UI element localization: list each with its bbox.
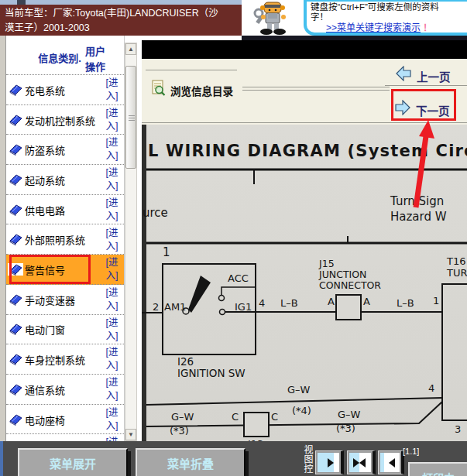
enter-link[interactable]: [进入] (101, 136, 122, 163)
sidebar-item-label: 防盗系统 (25, 142, 65, 157)
label-am1: AM1 (164, 301, 186, 313)
label-a-left: A (328, 296, 335, 307)
column-header-user-op-line1: 用户 (85, 43, 105, 58)
sidebar-item-body-control[interactable]: 车身控制系统 [进入] (6, 344, 124, 375)
label-pin-3: 3 (455, 423, 461, 435)
mascot-area (242, 0, 304, 36)
label-i26: I26 (177, 355, 194, 368)
sidebar-item-label: 电动门窗 (25, 322, 65, 337)
previous-page-button[interactable]: 上一页 (396, 66, 467, 83)
enter-link[interactable]: [进入] (101, 107, 122, 133)
label-wire-lb-2: L–B (397, 297, 414, 309)
sidebar-item-partial[interactable]: [进 (6, 434, 124, 441)
sidebar-item-label: 车身控制系统 (25, 352, 85, 367)
arrow-left-glyph (389, 458, 395, 467)
page-indicator: [1.1] (403, 447, 419, 456)
book-icon (8, 383, 23, 396)
scrollbar-grip (129, 115, 135, 122)
scan-dark-edge (142, 125, 146, 441)
enter-link[interactable]: [进入] (101, 166, 122, 193)
tip-exclamation: ！ (423, 23, 432, 33)
sidebar-item-label: 手动变速器 (25, 292, 75, 306)
sidebar-item-communication[interactable]: 通信系统 [进入] (6, 375, 124, 405)
enter-link[interactable]: [进入] (101, 406, 122, 433)
enter-link[interactable]: [进入] (101, 77, 122, 103)
enter-link[interactable]: [进入] (101, 286, 122, 313)
scroll-up-button[interactable]: ▲ (125, 43, 136, 55)
sidebar-item-charging[interactable]: 充电系统 [进入] (6, 75, 124, 105)
enter-link[interactable]: [进入] (101, 256, 122, 283)
sidebar-item-anti-theft[interactable]: 防盗系统 [进入] (6, 135, 124, 165)
current-vehicle-banner: 当前车型：厂家:Toyota(丰田)LANDCRUISER（沙 漠王子）2001… (0, 5, 242, 36)
enter-link[interactable]: [进入] (101, 197, 122, 223)
sidebar-item-label: 通信系统 (25, 382, 65, 396)
scrollbar-thumb[interactable] (125, 66, 136, 169)
view-back-page-button[interactable] (378, 450, 404, 474)
arrow-right-glyph (328, 458, 334, 467)
label-acc: ACC (228, 272, 249, 284)
label-power-source-partial: urce (143, 206, 168, 220)
enter-link[interactable]: [进入] (101, 317, 122, 343)
arrow-left-glyph (359, 458, 366, 467)
sidebar-item-warning-signal[interactable]: 警告信号 [进入] (6, 255, 124, 285)
sidebar-item-starting[interactable]: 起动系统 [进入] (6, 165, 124, 195)
app-window: 当前车型：厂家:Toyota(丰田)LANDCRUISER（沙 漠王子）2001… (0, 0, 467, 476)
label-wire-lb-1: L–B (280, 297, 298, 309)
sidebar-item-label: 充电系统 (25, 82, 65, 97)
toolbar-divider (385, 85, 467, 86)
arrow-right-glyph (353, 458, 359, 467)
label-turn-connector: TURN (447, 267, 467, 279)
book-icon (8, 233, 23, 245)
sidebar-item-power-seats[interactable]: 电动座椅 [进入] (6, 405, 124, 435)
toolbar-divider (242, 87, 390, 87)
view-single-page-button[interactable] (315, 450, 344, 474)
arrow-right-icon (395, 100, 410, 115)
enter-link[interactable]: [进入] (101, 346, 122, 372)
sidebar-item-list: 充电系统 [进入] 发动机控制系统 [进入] 防盗系统 [进入] 起动系统 [进… (6, 75, 124, 441)
next-page-button[interactable]: 下一页 (395, 100, 457, 117)
book-icon (8, 84, 23, 96)
browse-label: 浏览信息目录 (170, 83, 233, 98)
column-header-user-op-line2: 操作 (85, 59, 105, 74)
sidebar-item-engine-control[interactable]: 发动机控制系统 [进入] (6, 105, 124, 135)
sidebar-scrollbar[interactable]: ▲ ▼ (125, 43, 137, 441)
menu-expand-button[interactable]: 菜单展开 (18, 448, 128, 476)
sidebar-item-exterior-lighting[interactable]: 外部照明系统 [进入] (6, 225, 124, 255)
sidebar-item-power-supply[interactable]: 供电电路 [进入] (6, 195, 124, 225)
toolbar-bottom-divider (142, 122, 467, 123)
label-star4: (*4) (292, 405, 311, 416)
sidebar-item-manual-transmission[interactable]: 手动变速器 [进入] (6, 285, 124, 315)
print-button[interactable]: 打印中 (408, 462, 467, 476)
view-facing-pages-button[interactable] (347, 450, 376, 474)
menu-collapse-button[interactable]: 菜单折叠 (136, 448, 246, 476)
book-icon (8, 114, 23, 126)
book-icon (8, 323, 23, 335)
label-gw-left: G–W (171, 411, 194, 423)
bottom-control-bar: 菜单展开 菜单折叠 视图控 (0, 441, 467, 476)
sidebar-item-power-windows[interactable]: 电动门窗 [进入] (6, 315, 124, 345)
label-turn-signal: Turn Sign (390, 194, 444, 208)
sidebar-item-label: 供电电路 (25, 202, 65, 217)
scroll-down-button[interactable]: ▼ (125, 429, 136, 440)
enter-link[interactable]: [进入] (101, 376, 122, 402)
enter-link[interactable]: [进入] (101, 227, 122, 253)
label-c-left: C (232, 411, 239, 423)
sidebar-header: 信息类别. 用户 操作 (6, 43, 124, 75)
book-icon (8, 413, 23, 426)
book-icon (8, 293, 23, 306)
enter-link[interactable]: [进 (101, 436, 122, 441)
book-icon (8, 143, 23, 156)
label-gw-top: G–W (287, 384, 310, 396)
toolbar-divider (242, 90, 390, 91)
label-pin-4b: 4 (428, 382, 434, 394)
label-star3-left: (*3) (170, 425, 189, 437)
browse-info-directory-button[interactable]: 浏览信息目录 (150, 80, 243, 98)
label-t16: T16 (447, 255, 465, 267)
label-junction: JUNCTION (319, 269, 366, 280)
label-ignition-sw: IGNITION SW (177, 367, 246, 379)
vehicle-line1: 当前车型：厂家:Toyota(丰田)LANDCRUISER（沙 (5, 6, 238, 21)
label-section-1: 1 (163, 245, 170, 259)
book-icon (8, 204, 23, 216)
keyword-search-demo-link[interactable]: >>菜单关键字搜索演示 (326, 22, 421, 33)
tip-text-line2: 字！ (311, 12, 465, 22)
